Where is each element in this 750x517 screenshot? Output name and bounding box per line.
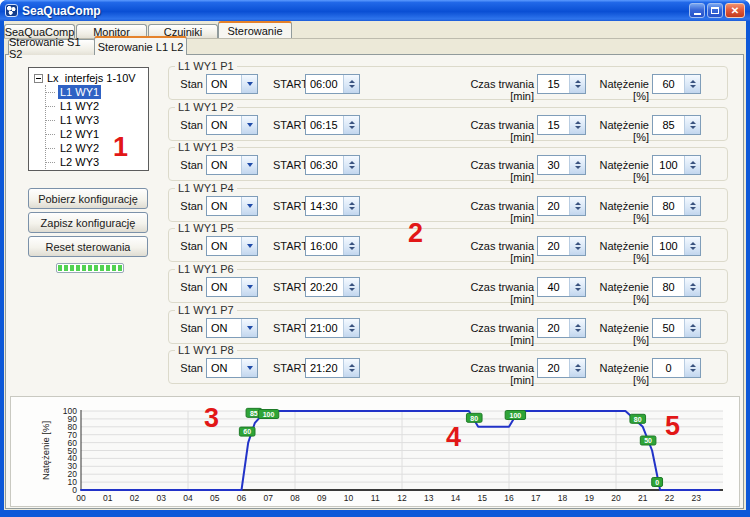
czas-spinner[interactable]: 20	[537, 196, 586, 216]
svg-text:12: 12	[397, 493, 407, 503]
spinner-buttons[interactable]	[684, 197, 700, 215]
czas-spinner[interactable]: 15	[537, 115, 586, 135]
spinner-buttons[interactable]	[684, 237, 700, 255]
spinner-buttons[interactable]	[569, 197, 585, 215]
field-label: START	[273, 78, 309, 90]
field-label: Natężenie [%]	[592, 322, 649, 346]
spinner-buttons[interactable]	[343, 75, 359, 93]
spinner-buttons[interactable]	[343, 278, 359, 296]
chevron-down-icon[interactable]	[241, 237, 257, 255]
czas-spinner[interactable]: 15	[537, 74, 586, 94]
chevron-down-icon[interactable]	[241, 359, 257, 377]
spinner-buttons[interactable]	[684, 75, 700, 93]
spinner-buttons[interactable]	[343, 156, 359, 174]
spinner-buttons[interactable]	[343, 116, 359, 134]
program-group-l1-wy1-p1: L1 WY1 P1StanONSTART06:00Czas trwania [m…	[168, 66, 728, 100]
stan-select[interactable]: ON	[206, 358, 258, 378]
czas-spinner[interactable]: 20	[537, 318, 586, 338]
natezenie-spinner[interactable]: 80	[652, 277, 701, 297]
maximize-button[interactable]	[707, 3, 723, 18]
natezenie-spinner[interactable]: 85	[652, 115, 701, 135]
program-group-title: L1 WY1 P6	[175, 263, 237, 275]
minimize-button[interactable]	[689, 3, 705, 18]
spinner-buttons[interactable]	[343, 197, 359, 215]
stan-select[interactable]: ON	[206, 74, 258, 94]
tab-sterowanie-s1-s2[interactable]: Sterowanie S1 S2	[8, 39, 96, 55]
spinner-buttons[interactable]	[569, 75, 585, 93]
tree-item-l1-wy2[interactable]: L1 WY2	[46, 99, 101, 113]
spinner-buttons[interactable]	[343, 237, 359, 255]
spinner-buttons[interactable]	[569, 319, 585, 337]
spinner-buttons[interactable]	[684, 359, 700, 377]
tree-root-node[interactable]: Lx interfejs 1-10V	[34, 72, 136, 84]
spinner-buttons[interactable]	[684, 319, 700, 337]
field-value: ON	[207, 116, 241, 134]
natezenie-spinner[interactable]: 80	[652, 196, 701, 216]
chevron-down-icon[interactable]	[241, 116, 257, 134]
field-label: Czas trwania [min]	[452, 159, 534, 183]
czas-spinner[interactable]: 20	[537, 358, 586, 378]
stan-select[interactable]: ON	[206, 196, 258, 216]
stan-select[interactable]: ON	[206, 115, 258, 135]
tree-item-l2-wy3[interactable]: L2 WY3	[46, 155, 101, 169]
svg-text:0: 0	[655, 479, 659, 486]
spinner-buttons[interactable]	[343, 359, 359, 377]
stan-select[interactable]: ON	[206, 236, 258, 256]
tab-sterowanie-l1-l2[interactable]: Sterowanie L1 L2	[94, 36, 187, 55]
field-value: ON	[207, 156, 241, 174]
tree-item-l1-wy3[interactable]: L1 WY3	[46, 113, 101, 127]
spinner-buttons[interactable]	[684, 116, 700, 134]
svg-text:16: 16	[504, 493, 514, 503]
chevron-down-icon[interactable]	[241, 197, 257, 215]
natezenie-spinner[interactable]: 50	[652, 318, 701, 338]
start-spinner[interactable]: 21:20	[305, 358, 360, 378]
field-value: ON	[207, 197, 241, 215]
tab-sterowanie[interactable]: Sterowanie	[218, 21, 292, 38]
minus-box-icon[interactable]	[34, 74, 43, 83]
field-label: Natężenie [%]	[592, 159, 649, 183]
natezenie-spinner[interactable]: 100	[652, 155, 701, 175]
annotation-3: 3	[204, 405, 219, 432]
spinner-buttons[interactable]	[684, 156, 700, 174]
tree-item-l2-wy2[interactable]: L2 WY2	[46, 141, 101, 155]
zapisz-konfiguracj-button[interactable]: Zapisz konfigurację	[28, 212, 148, 233]
svg-text:60: 60	[243, 428, 251, 435]
reset-sterowania-button[interactable]: Reset sterowania	[28, 236, 148, 257]
czas-spinner[interactable]: 30	[537, 155, 586, 175]
spinner-buttons[interactable]	[569, 359, 585, 377]
spinner-buttons[interactable]	[569, 278, 585, 296]
chevron-down-icon[interactable]	[241, 156, 257, 174]
tree-item-label: L2 WY2	[58, 141, 101, 155]
chevron-down-icon[interactable]	[241, 319, 257, 337]
start-spinner[interactable]: 14:30	[305, 196, 360, 216]
spinner-buttons[interactable]	[684, 278, 700, 296]
spinner-buttons[interactable]	[569, 116, 585, 134]
start-spinner[interactable]: 16:00	[305, 236, 360, 256]
natezenie-spinner[interactable]: 0	[652, 358, 701, 378]
natezenie-spinner[interactable]: 100	[652, 236, 701, 256]
spinner-buttons[interactable]	[569, 156, 585, 174]
start-spinner[interactable]: 21:00	[305, 318, 360, 338]
start-spinner[interactable]: 06:30	[305, 155, 360, 175]
start-spinner[interactable]: 20:20	[305, 277, 360, 297]
stan-select[interactable]: ON	[206, 318, 258, 338]
chevron-down-icon[interactable]	[241, 278, 257, 296]
svg-text:10: 10	[344, 493, 354, 503]
natezenie-spinner[interactable]: 60	[652, 74, 701, 94]
tree-item-l1-wy1[interactable]: L1 WY1	[46, 85, 101, 99]
stan-select[interactable]: ON	[206, 155, 258, 175]
stan-select[interactable]: ON	[206, 277, 258, 297]
chevron-down-icon[interactable]	[241, 75, 257, 93]
start-spinner[interactable]: 06:15	[305, 115, 360, 135]
tree-item-l2-wy1[interactable]: L2 WY1	[46, 127, 101, 141]
pobierz-konfiguracj-button[interactable]: Pobierz konfigurację	[28, 188, 148, 209]
intensity-chart-panel: 0102030405060708090100000102030405060708…	[10, 396, 740, 507]
field-label: Natężenie [%]	[592, 281, 649, 305]
svg-text:13: 13	[424, 493, 434, 503]
czas-spinner[interactable]: 20	[537, 236, 586, 256]
start-spinner[interactable]: 06:00	[305, 74, 360, 94]
spinner-buttons[interactable]	[569, 237, 585, 255]
spinner-buttons[interactable]	[343, 319, 359, 337]
close-button[interactable]: ✕	[725, 3, 745, 18]
czas-spinner[interactable]: 40	[537, 277, 586, 297]
